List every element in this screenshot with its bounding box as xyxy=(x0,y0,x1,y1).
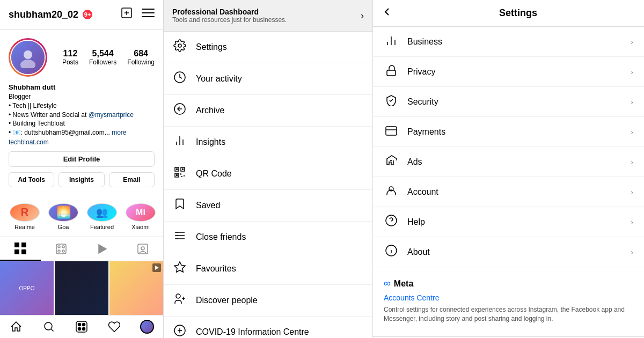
settings-label-payments: Payments xyxy=(407,127,622,137)
display-name: Shubham dutt xyxy=(9,83,155,91)
settings-header: Settings xyxy=(373,0,644,27)
email-button[interactable]: Email xyxy=(109,172,155,187)
bio-line3: • News Writer and Social at @mysmartpric… xyxy=(9,111,155,120)
nav-profile-avatar xyxy=(140,320,154,334)
post-thumb-3[interactable] xyxy=(109,261,163,315)
svg-marker-17 xyxy=(99,245,106,253)
svg-point-13 xyxy=(58,246,60,248)
bio-line1: Blogger xyxy=(9,92,155,101)
svg-point-19 xyxy=(141,247,144,250)
svg-rect-37 xyxy=(176,168,178,170)
accounts-centre-link[interactable]: Accounts Centre xyxy=(384,293,633,302)
edit-profile-button[interactable]: Edit Profile xyxy=(9,151,155,167)
dashboard-subtitle: Tools and resources just for businesses. xyxy=(172,16,287,24)
svg-point-16 xyxy=(62,250,64,252)
menu-item-qrcode[interactable]: QR Code xyxy=(164,158,372,190)
settings-label-about: About xyxy=(407,247,622,257)
menu-label-archive: Archive xyxy=(196,106,364,115)
account-settings-icon xyxy=(384,185,399,199)
menu-item-close-friends[interactable]: Close friends xyxy=(164,222,372,253)
nav-search[interactable] xyxy=(33,320,65,334)
covid-menu-icon xyxy=(172,324,187,338)
left-panel: shubham20_02 9+ xyxy=(0,0,164,338)
professional-dashboard[interactable]: Professional Dashboard Tools and resourc… xyxy=(164,0,372,32)
menu-icon[interactable] xyxy=(142,6,155,23)
header-icons xyxy=(120,6,155,23)
svg-rect-65 xyxy=(386,127,397,135)
following-label: Following xyxy=(127,58,155,66)
mysmartprice-link[interactable]: @mysmartprice xyxy=(89,111,134,119)
highlight-featured[interactable]: 👥 Featured xyxy=(86,203,118,230)
svg-marker-20 xyxy=(155,266,159,270)
svg-rect-5 xyxy=(142,16,155,17)
tagged-tab[interactable] xyxy=(122,237,163,261)
nav-profile[interactable] xyxy=(130,320,163,334)
stats-row: 112 Posts 5,544 Followers 684 Following xyxy=(62,49,155,66)
settings-item-business[interactable]: Business › xyxy=(373,27,644,57)
bio-more-link[interactable]: more xyxy=(112,129,126,136)
video-tab[interactable] xyxy=(82,237,122,261)
menu-item-archive[interactable]: Archive xyxy=(164,95,372,127)
highlight-circle-xiaomi: Mi xyxy=(126,203,156,222)
menu-item-insights[interactable]: Insights xyxy=(164,127,372,158)
settings-item-account[interactable]: Account › xyxy=(373,177,644,207)
svg-point-14 xyxy=(62,246,64,248)
menu-label-settings: Settings xyxy=(196,42,364,52)
nav-heart[interactable] xyxy=(98,320,130,334)
privacy-settings-icon xyxy=(384,64,399,79)
settings-item-privacy[interactable]: Privacy › xyxy=(373,57,644,87)
highlight-label-xiaomi: Xiaomi xyxy=(131,224,150,230)
menu-list: Settings Your activity Archive xyxy=(164,32,372,338)
nav-home[interactable] xyxy=(0,320,33,334)
settings-item-ads[interactable]: Ads › xyxy=(373,147,644,177)
profile-header: shubham20_02 9+ xyxy=(0,0,163,30)
payments-chevron-icon: › xyxy=(631,128,633,136)
highlight-xiaomi[interactable]: Mi Xiaomi xyxy=(125,203,157,230)
ad-tools-button[interactable]: Ad Tools xyxy=(9,172,54,187)
menu-item-settings[interactable]: Settings xyxy=(164,32,372,63)
settings-label-account: Account xyxy=(407,187,622,197)
highlight-goa[interactable]: 🌅 Goa xyxy=(47,203,79,230)
menu-item-saved[interactable]: Saved xyxy=(164,190,372,222)
settings-item-security[interactable]: Security › xyxy=(373,87,644,117)
reels-tab[interactable] xyxy=(41,237,82,261)
menu-label-saved: Saved xyxy=(196,201,364,210)
dashboard-text: Professional Dashboard Tools and resourc… xyxy=(172,8,287,24)
username-row: shubham20_02 9+ xyxy=(9,9,92,20)
menu-item-favourites[interactable]: Favourites xyxy=(164,253,372,285)
following-stat[interactable]: 684 Following xyxy=(127,49,155,66)
website-link[interactable]: techbloat.com xyxy=(9,138,155,146)
bio-line4: • Building Techbloat xyxy=(9,119,155,128)
post-thumb-1[interactable]: OPPO xyxy=(0,261,54,315)
posts-count: 112 xyxy=(63,49,78,58)
highlight-realme[interactable]: R Realme xyxy=(9,203,41,230)
menu-item-discover[interactable]: Discover people xyxy=(164,285,372,317)
highlight-label-realme: Realme xyxy=(14,224,35,230)
followers-stat[interactable]: 5,544 Followers xyxy=(89,49,116,66)
settings-item-help[interactable]: Help › xyxy=(373,207,644,237)
post-thumb-2[interactable] xyxy=(55,261,108,315)
insights-button[interactable]: Insights xyxy=(58,172,104,187)
settings-item-about[interactable]: About › xyxy=(373,237,644,267)
menu-label-discover: Discover people xyxy=(196,296,364,305)
menu-item-activity[interactable]: Your activity xyxy=(164,63,372,95)
settings-label-security: Security xyxy=(407,97,622,107)
grid-tab[interactable] xyxy=(0,237,41,261)
highlight-circle-goa: 🌅 xyxy=(48,203,78,222)
bio-section: Shubham dutt Blogger • Tech || Lifestyle… xyxy=(9,83,155,146)
back-button[interactable] xyxy=(382,6,392,20)
activity-menu-icon xyxy=(172,71,187,87)
add-post-icon[interactable] xyxy=(120,6,133,23)
menu-item-covid[interactable]: COVID-19 Information Centre xyxy=(164,317,372,338)
nav-reels[interactable] xyxy=(65,320,98,334)
saved-menu-icon xyxy=(172,197,187,214)
svg-rect-64 xyxy=(387,70,396,76)
menu-label-activity: Your activity xyxy=(196,74,364,84)
svg-rect-10 xyxy=(14,249,19,254)
menu-label-covid: COVID-19 Information Centre xyxy=(196,327,364,337)
account-chevron-icon: › xyxy=(631,188,633,196)
profile-stats-row: 112 Posts 5,544 Followers 684 Following xyxy=(9,38,155,77)
settings-item-payments[interactable]: Payments › xyxy=(373,117,644,147)
avatar[interactable] xyxy=(9,38,47,77)
posts-label: Posts xyxy=(62,58,78,66)
